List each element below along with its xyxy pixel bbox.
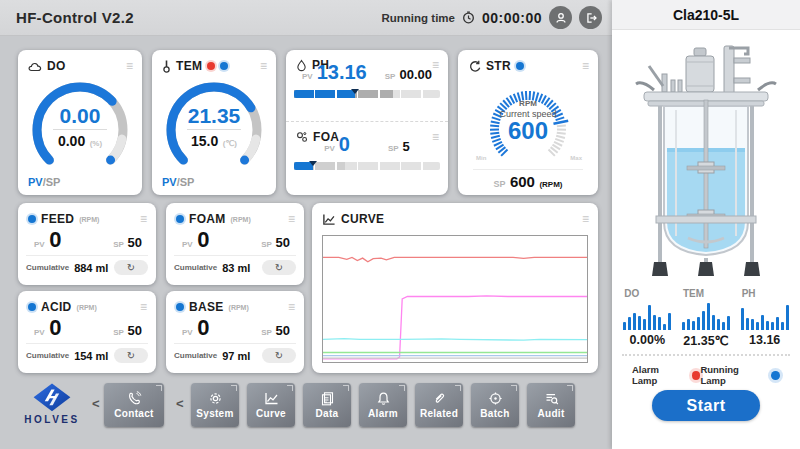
- foa-sp-value: 5: [403, 139, 410, 154]
- foam-cumulative-value: 83 ml: [222, 262, 250, 274]
- ph-menu-icon[interactable]: ≡: [432, 60, 439, 70]
- tem-cool-indicator: [220, 62, 228, 70]
- acid-label: ACID: [41, 300, 72, 314]
- foa-sp-label: SP: [388, 144, 399, 153]
- foam-indicator: [176, 215, 184, 223]
- feed-label: FEED: [41, 212, 74, 226]
- base-card: BASE (RPM) ≡ PV 0 SP 50 Cumulative 97 ml…: [166, 291, 304, 373]
- feed-menu-icon[interactable]: ≡: [140, 214, 147, 224]
- str-card: STR ≡ RPM Current speed 600 Min Max SP 6…: [458, 50, 598, 195]
- do-stat-value: 0.00%: [621, 333, 673, 347]
- ph-pv-label: PV: [302, 72, 313, 81]
- nav-curve-button[interactable]: Curve: [247, 383, 295, 427]
- app-title: HF-Control V2.2: [16, 9, 134, 26]
- nav-chevron-left-2[interactable]: <: [176, 396, 184, 411]
- tem-menu-icon[interactable]: ≡: [260, 61, 267, 71]
- do-card-label: DO: [47, 59, 66, 73]
- tem-stat-value: 21.35℃: [680, 333, 732, 348]
- clock-icon: [462, 11, 475, 24]
- alarm-lamp: Alarm Lamp: [632, 364, 700, 386]
- curve-card: CURVE ≡: [312, 203, 598, 373]
- foam-sp-value: 50: [276, 235, 290, 250]
- base-cumulative-value: 97 ml: [222, 350, 250, 362]
- tem-card: TEM ≡ 21.35 15.0 (℃) PV/SP: [152, 50, 276, 195]
- acid-menu-icon[interactable]: ≡: [140, 302, 147, 312]
- str-min-label: Min: [476, 155, 486, 161]
- foa-pv-value: 0: [339, 133, 350, 156]
- top-bar: HF-Control V2.2 Running time 00:00:00: [0, 0, 612, 36]
- curve-plot-area[interactable]: [322, 235, 588, 363]
- nav-contact-button[interactable]: Contact: [104, 383, 164, 427]
- acid-indicator: [28, 303, 36, 311]
- chart-icon: [322, 213, 336, 226]
- base-label: BASE: [189, 300, 224, 314]
- foa-menu-icon[interactable]: ≡: [432, 132, 439, 142]
- base-indicator: [176, 303, 184, 311]
- logout-button[interactable]: [579, 6, 602, 29]
- foa-pv-label: PV: [324, 144, 335, 153]
- device-panel: Cla210-5L: [612, 0, 800, 449]
- tem-unit: (℃): [223, 139, 237, 148]
- tem-pvsp-legend: PV/SP: [162, 176, 194, 188]
- running-time-label: Running time: [381, 12, 454, 24]
- do-minibar-chart: [621, 302, 673, 330]
- nav-chevron-left-1[interactable]: <: [92, 396, 100, 411]
- foa-section: FOA ≡ PV 0 SP 5: [286, 121, 448, 192]
- ph-minibar-chart: [739, 302, 791, 330]
- curve-title: CURVE: [341, 212, 384, 226]
- tem-minibar-chart: [680, 302, 732, 330]
- tem-gauge: 21.35 15.0 (℃): [156, 75, 272, 171]
- nav-system-button[interactable]: System: [191, 383, 239, 427]
- device-stats: DO 0.00% TEM 21.35℃ PH 13.16: [618, 288, 794, 348]
- do-unit: (%): [90, 139, 102, 148]
- ph-section: PH ≡ PV 13.16 SP 00.00: [286, 50, 448, 121]
- nav-data-button[interactable]: Data: [303, 383, 351, 427]
- acid-cumulative-value: 154 ml: [74, 350, 108, 362]
- ph-foa-card: PH ≡ PV 13.16 SP 00.00 FOA: [286, 50, 448, 195]
- do-menu-icon[interactable]: ≡: [126, 61, 133, 71]
- ph-sp-value: 00.00: [399, 67, 432, 82]
- foa-marker: [309, 161, 317, 166]
- str-gauge: RPM Current speed 600 Min Max: [462, 73, 594, 173]
- ph-progress-bar: [294, 90, 440, 98]
- acid-card: ACID (RPM) ≡ PV 0 SP 50 Cumulative 154 m…: [18, 291, 156, 373]
- droplet-icon: [296, 59, 307, 72]
- nav-alarm-button[interactable]: Alarm: [359, 383, 407, 427]
- str-pv-value: 600: [462, 119, 594, 143]
- do-pvsp-legend: PV/SP: [28, 176, 60, 188]
- str-menu-icon[interactable]: ≡: [582, 61, 589, 71]
- running-time-value: 00:00:00: [482, 10, 542, 26]
- holves-logo: HOLVES: [16, 382, 88, 425]
- acid-pv-value: 0: [49, 316, 61, 340]
- user-account-button[interactable]: [549, 6, 572, 29]
- str-run-indicator: [516, 62, 524, 70]
- nav-batch-button[interactable]: Batch: [471, 383, 519, 427]
- curve-menu-icon[interactable]: ≡: [582, 214, 589, 224]
- stat-do: DO 0.00%: [621, 288, 673, 348]
- nav-related-button[interactable]: Related: [415, 383, 463, 427]
- foam-menu-icon[interactable]: ≡: [288, 214, 295, 224]
- running-lamp-dot: [771, 371, 780, 380]
- nav-audit-button[interactable]: Audit: [527, 383, 575, 427]
- base-sp-value: 50: [276, 323, 290, 338]
- tem-card-label: TEM: [176, 59, 202, 73]
- tem-heat-indicator: [207, 62, 215, 70]
- tem-sp-value: 15.0: [191, 133, 218, 149]
- stat-ph: PH 13.16: [739, 288, 791, 348]
- base-pv-value: 0: [197, 316, 209, 340]
- base-menu-icon[interactable]: ≡: [288, 302, 295, 312]
- base-reset-button[interactable]: ↻: [262, 348, 296, 363]
- foa-progress-bar: [294, 162, 440, 170]
- acid-reset-button[interactable]: ↻: [114, 348, 148, 363]
- feed-reset-button[interactable]: ↻: [114, 260, 148, 275]
- do-sp-value: 0.00: [58, 133, 85, 149]
- foam-reset-button[interactable]: ↻: [262, 260, 296, 275]
- foa-label: FOA: [313, 130, 339, 144]
- start-button[interactable]: Start: [652, 390, 760, 421]
- feed-cumulative-value: 884 ml: [74, 262, 108, 274]
- do-pv-value: 0.00: [22, 105, 138, 127]
- do-gauge: 0.00 0.00 (%): [22, 75, 138, 171]
- foam-pv-value: 0: [197, 228, 209, 252]
- rotate-icon: [468, 60, 481, 73]
- foam-label: FOAM: [189, 212, 226, 226]
